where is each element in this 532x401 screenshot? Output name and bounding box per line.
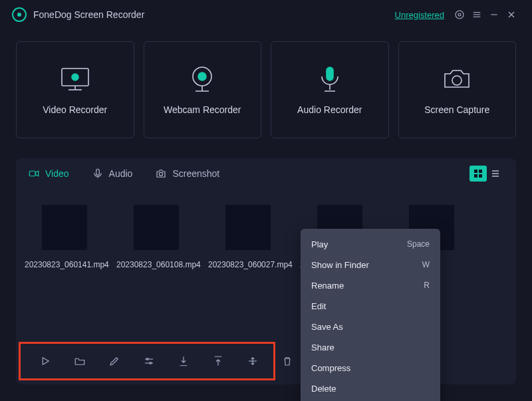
ctx-play[interactable]: Play Space: [301, 234, 440, 255]
mode-label: Webcam Recorder: [164, 104, 241, 115]
thumbnail-icon: [42, 205, 87, 250]
svg-point-19: [160, 172, 163, 176]
tab-label: Screenshot: [172, 168, 219, 179]
camera-icon: [437, 65, 477, 94]
minimize-button[interactable]: [485, 6, 503, 23]
titlebar: FoneDog Screen Recorder Unregistered: [0, 0, 532, 29]
svg-point-11: [72, 74, 78, 80]
edit-button[interactable]: [100, 350, 129, 372]
mode-audio-recorder[interactable]: Audio Recorder: [271, 41, 389, 138]
context-menu: Play Space Show in Finder W Rename R Edi…: [301, 229, 440, 401]
svg-rect-20: [474, 170, 477, 173]
item-filename: 20230823_060108.mp4: [116, 259, 196, 270]
svg-point-1: [456, 11, 464, 19]
mode-video-recorder[interactable]: Video Recorder: [16, 41, 134, 138]
svg-marker-27: [43, 358, 49, 365]
library-item[interactable]: 20230823_060141.mp4: [28, 205, 101, 270]
webcam-icon: [182, 65, 222, 94]
ctx-save-as[interactable]: Save As: [301, 317, 440, 337]
trim-button[interactable]: [238, 350, 267, 372]
view-toggle: [469, 166, 504, 182]
mode-label: Video Recorder: [43, 104, 107, 115]
ctx-label: Share: [311, 342, 334, 352]
item-filename: 20230823_060027.mp4: [208, 259, 288, 270]
library-item[interactable]: 20230823_060108.mp4: [120, 205, 193, 270]
close-button[interactable]: [503, 6, 520, 23]
thumbnail-icon: [134, 205, 179, 250]
ctx-shortcut: W: [422, 260, 430, 270]
open-folder-button[interactable]: [65, 350, 94, 372]
svg-point-15: [452, 76, 462, 85]
svg-rect-16: [29, 171, 35, 176]
microphone-icon: [310, 65, 350, 94]
ctx-label: Play: [311, 239, 328, 249]
tab-label: Audio: [109, 168, 133, 179]
svg-rect-14: [327, 67, 333, 80]
app-title: FoneDog Screen Recorder: [33, 9, 144, 20]
tab-video[interactable]: Video: [28, 168, 69, 180]
delete-button[interactable]: [273, 350, 302, 372]
unregistered-link[interactable]: Unregistered: [395, 10, 444, 20]
mode-label: Audio Recorder: [297, 104, 362, 115]
mode-cards-row: Video Recorder Webcam Recorder Audio Rec…: [0, 29, 532, 154]
svg-rect-23: [479, 174, 482, 178]
ctx-label: Edit: [311, 301, 326, 311]
ctx-edit[interactable]: Edit: [301, 296, 440, 317]
library-panel: Video Audio Screenshot 20230823_0601: [16, 158, 516, 384]
library-toolbar: [23, 346, 310, 376]
adjust-button[interactable]: [134, 350, 164, 372]
ctx-show-in-finder[interactable]: Show in Finder W: [301, 255, 440, 275]
mic-small-icon: [92, 168, 104, 180]
list-view-button[interactable]: [487, 166, 504, 182]
mode-webcam-recorder[interactable]: Webcam Recorder: [144, 41, 262, 138]
ctx-rename[interactable]: Rename R: [301, 275, 440, 296]
ctx-delete[interactable]: Delete: [301, 378, 440, 399]
ctx-label: Compress: [311, 363, 350, 373]
ctx-share[interactable]: Share: [301, 337, 440, 358]
video-icon: [28, 168, 40, 180]
mode-label: Screen Capture: [424, 104, 489, 115]
ctx-label: Rename: [311, 281, 344, 291]
monitor-record-icon: [55, 65, 95, 94]
item-filename: 20230823_060141.mp4: [25, 259, 104, 270]
ctx-compress[interactable]: Compress: [301, 358, 440, 378]
ctx-label: Delete: [311, 384, 336, 394]
svg-rect-22: [474, 174, 477, 178]
svg-marker-17: [35, 171, 39, 176]
ctx-shortcut: R: [424, 281, 430, 291]
tab-audio[interactable]: Audio: [92, 168, 133, 180]
ctx-shortcut: Space: [407, 239, 430, 249]
play-button[interactable]: [31, 350, 60, 372]
settings-gear-icon[interactable]: [451, 6, 468, 23]
app-logo-icon: [12, 7, 27, 22]
grid-view-button[interactable]: [469, 166, 487, 182]
tab-screenshot[interactable]: Screenshot: [155, 168, 219, 180]
import-button[interactable]: [169, 350, 198, 372]
camera-small-icon: [155, 168, 167, 180]
menu-icon[interactable]: [468, 6, 485, 23]
svg-point-0: [458, 13, 461, 16]
svg-rect-21: [479, 170, 482, 173]
tab-label: Video: [45, 168, 69, 179]
ctx-label: Show in Finder: [311, 260, 369, 270]
svg-point-13: [198, 72, 206, 80]
library-item[interactable]: 20230823_060027.mp4: [211, 205, 285, 270]
mode-screen-capture[interactable]: Screen Capture: [398, 41, 517, 138]
library-tabs: Video Audio Screenshot: [16, 158, 516, 189]
svg-rect-18: [96, 169, 99, 175]
export-button[interactable]: [203, 350, 233, 372]
ctx-label: Save As: [311, 322, 343, 332]
thumbnail-icon: [225, 205, 271, 250]
thumbnail-grid: 20230823_060141.mp4 20230823_060108.mp4 …: [16, 189, 516, 270]
